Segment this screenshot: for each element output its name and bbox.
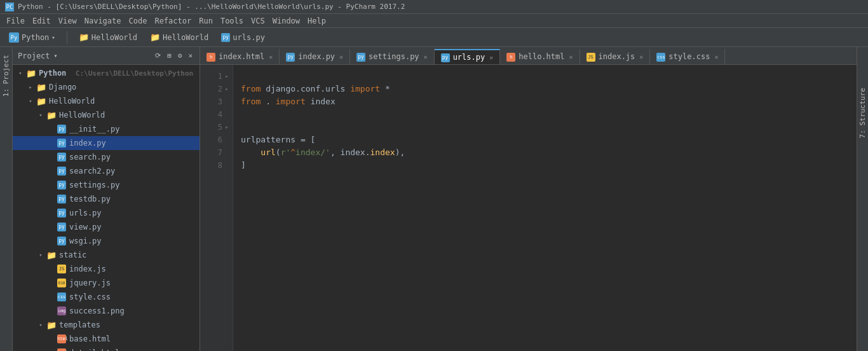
no-arrow [46, 238, 56, 244]
tree-item-index-js[interactable]: JS index.js [13, 262, 200, 276]
menu-vcs[interactable]: VCS [247, 14, 269, 28]
no-arrow [46, 154, 56, 160]
tree-label-init: __init__.py [69, 125, 197, 134]
menu-help[interactable]: Help [304, 14, 330, 28]
project-header-icons: ⟳ ⊞ ⚙ ✕ [153, 51, 194, 60]
tab-index-html[interactable]: h index.html ✕ [200, 49, 280, 64]
fold-2[interactable]: ▸ [224, 83, 230, 95]
project-panel: Project ▾ ⟳ ⊞ ⚙ ✕ ▾ 📁 Python C:\Users\DE… [13, 47, 200, 351]
menu-edit[interactable]: Edit [29, 14, 55, 28]
menu-navigate[interactable]: Navigate [81, 14, 125, 28]
tree-item-static[interactable]: ▾ 📁 static [13, 248, 200, 262]
tab-icon-index-js: JS [587, 52, 595, 62]
gutter-2: 2▸ [200, 83, 233, 95]
toolbar-python[interactable]: Py Python ▾ [5, 31, 59, 44]
html-icon-detail: html [56, 347, 67, 351]
tab-label-style-css: style.css [668, 52, 710, 61]
tree-item-success-png[interactable]: img success1.png [13, 304, 200, 318]
expand-arrow: ▾ [36, 322, 46, 328]
gutter-3: 3 [200, 95, 233, 108]
menu-tools[interactable]: Tools [217, 14, 247, 28]
toolbar-urls[interactable]: py urls.py [217, 32, 269, 43]
tab-urls-py[interactable]: py urls.py ✕ [435, 49, 501, 64]
tree-item-style-css[interactable]: css style.css [13, 290, 200, 304]
toolbar-helloworld1[interactable]: 📁 HelloWorld [75, 31, 141, 44]
tree-item-wsgi[interactable]: py wsgi.py [13, 234, 200, 248]
close-tab-settings-py[interactable]: ✕ [424, 53, 428, 60]
close-tab-index-html[interactable]: ✕ [269, 53, 273, 60]
no-arrow [46, 182, 56, 188]
tab-style-css[interactable]: css style.css ✕ [650, 49, 725, 64]
tab-index-py[interactable]: py index.py ✕ [280, 49, 350, 64]
js-icon-jquery: 010 [56, 277, 67, 289]
tree-label-jquery: jquery.js [69, 279, 197, 287]
toolbar-helloworld2[interactable]: 📁 HelloWorld [146, 31, 212, 44]
tab-label-index-js: index.js [599, 52, 635, 61]
close-tab-index-js[interactable]: ✕ [639, 53, 643, 60]
tab-label-urls-py: urls.py [453, 53, 485, 62]
toolbar-hw2-label: HelloWorld [163, 33, 208, 42]
tree-item-testdb[interactable]: py testdb.py [13, 192, 200, 206]
line-num-6: 6 [210, 134, 222, 146]
fold-8 [224, 159, 230, 172]
menu-view[interactable]: View [55, 14, 81, 28]
sidebar-tab-project[interactable]: 1: Project [1, 50, 11, 102]
fold-1[interactable]: ▸ [224, 70, 230, 83]
tab-hello-html[interactable]: h hello.html ✕ [500, 49, 580, 64]
no-arrow [46, 224, 56, 230]
no-arrow [46, 336, 56, 342]
tree-item-helloworld-inner[interactable]: ▾ 📁 HelloWorld [13, 108, 200, 122]
folder-icon-static: 📁 [46, 249, 57, 261]
tree-item-templates[interactable]: ▾ 📁 templates [13, 318, 200, 332]
tree-item-view[interactable]: py view.py [13, 220, 200, 234]
menu-window[interactable]: Window [269, 14, 304, 28]
close-panel-icon[interactable]: ✕ [186, 51, 194, 60]
tab-settings-py[interactable]: py settings.py ✕ [350, 49, 435, 64]
structure-tab[interactable]: 7: Structure [857, 85, 868, 141]
dropdown-arrow: ▾ [51, 34, 55, 41]
tree-item-init[interactable]: py __init__.py [13, 122, 200, 136]
menu-refactor[interactable]: Refactor [151, 14, 195, 28]
no-arrow [46, 294, 56, 300]
gutter-area: 1▸ 2▸ 3 4 5▸ 6 7 8 [200, 65, 233, 351]
close-tab-urls-py[interactable]: ✕ [489, 54, 493, 61]
tree-label-helloworld-outer: HelloWorld [49, 97, 197, 106]
tree-item-python-root[interactable]: ▾ 📁 Python C:\Users\DELL\Desktop\Python [13, 66, 200, 80]
tree-item-django[interactable]: ▸ 📁 Django [13, 80, 200, 94]
expand-icon[interactable]: ⊞ [165, 51, 173, 60]
editor-tabs: h index.html ✕ py index.py ✕ py settings… [200, 47, 857, 65]
menu-file[interactable]: File [3, 14, 29, 28]
tree-label-static: static [59, 251, 197, 259]
tree-item-search[interactable]: py search.py [13, 150, 200, 164]
py-file-icon: py [221, 33, 230, 42]
close-tab-hello-html[interactable]: ✕ [569, 53, 573, 60]
py-icon-view: py [56, 221, 67, 233]
tree-item-index-py[interactable]: py index.py [13, 136, 200, 150]
no-arrow [46, 140, 56, 146]
project-dropdown-arrow[interactable]: ▾ [54, 52, 58, 59]
tree-item-detail-html[interactable]: html detail.html [13, 346, 200, 351]
close-tab-style-css[interactable]: ✕ [714, 53, 718, 60]
title-text: Python - [C:\Users\DELL\Desktop\Python] … [18, 3, 405, 11]
title-bar: PC Python - [C:\Users\DELL\Desktop\Pytho… [0, 0, 868, 14]
tree-item-jquery[interactable]: 010 jquery.js [13, 276, 200, 290]
fold-5[interactable]: ▸ [224, 121, 230, 134]
menu-code[interactable]: Code [125, 14, 151, 28]
tree-item-base-html[interactable]: html base.html [13, 332, 200, 346]
folder-icon2: 📁 [150, 32, 160, 43]
tree-item-settings[interactable]: py settings.py [13, 178, 200, 192]
sync-icon[interactable]: ⟳ [153, 51, 163, 60]
tree-item-urls-py[interactable]: py urls.py [13, 206, 200, 220]
close-tab-index-py[interactable]: ✕ [339, 53, 343, 60]
gutter-5: 5▸ [200, 121, 233, 134]
tree-item-search2[interactable]: py search2.py [13, 164, 200, 178]
settings-icon[interactable]: ⚙ [176, 51, 184, 60]
tree-item-helloworld-outer[interactable]: ▾ 📁 HelloWorld [13, 94, 200, 108]
no-arrow [46, 168, 56, 174]
code-content[interactable]: from django.conf.urls import * from . im… [233, 65, 857, 351]
tree-label-style-css: style.css [69, 292, 197, 301]
tab-icon-urls-py: py [441, 52, 450, 62]
tab-index-js[interactable]: JS index.js ✕ [580, 49, 651, 64]
project-header: Project ▾ ⟳ ⊞ ⚙ ✕ [13, 47, 200, 65]
menu-run[interactable]: Run [195, 14, 217, 28]
